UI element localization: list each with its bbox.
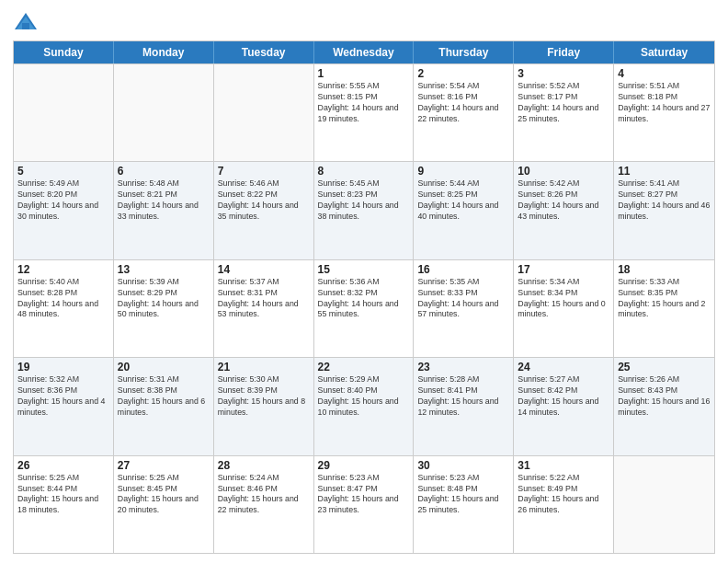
cal-cell-4-6: 24Sunrise: 5:27 AM Sunset: 8:42 PM Dayli… xyxy=(514,358,614,454)
day-number: 15 xyxy=(318,263,410,276)
day-info: Sunrise: 5:29 AM Sunset: 8:40 PM Dayligh… xyxy=(318,374,410,419)
cal-cell-1-3 xyxy=(214,64,314,161)
day-info: Sunrise: 5:26 AM Sunset: 8:43 PM Dayligh… xyxy=(618,374,711,419)
header-day-friday: Friday xyxy=(514,41,614,63)
day-info: Sunrise: 5:46 AM Sunset: 8:22 PM Dayligh… xyxy=(218,178,310,223)
cal-cell-4-7: 25Sunrise: 5:26 AM Sunset: 8:43 PM Dayli… xyxy=(614,358,714,454)
cal-cell-2-5: 9Sunrise: 5:44 AM Sunset: 8:25 PM Daylig… xyxy=(414,162,514,259)
logo-icon xyxy=(13,9,39,35)
cal-cell-3-6: 17Sunrise: 5:34 AM Sunset: 8:34 PM Dayli… xyxy=(514,260,614,357)
day-info: Sunrise: 5:23 AM Sunset: 8:48 PM Dayligh… xyxy=(417,473,509,517)
day-number: 8 xyxy=(318,165,410,178)
header-day-thursday: Thursday xyxy=(414,41,514,63)
cal-cell-5-2: 27Sunrise: 5:25 AM Sunset: 8:45 PM Dayli… xyxy=(114,456,214,553)
day-number: 18 xyxy=(618,263,711,276)
day-number: 19 xyxy=(17,361,109,373)
calendar: SundayMondayTuesdayWednesdayThursdayFrid… xyxy=(13,40,715,554)
cal-cell-4-5: 23Sunrise: 5:28 AM Sunset: 8:41 PM Dayli… xyxy=(414,358,514,454)
calendar-row-2: 5Sunrise: 5:49 AM Sunset: 8:20 PM Daylig… xyxy=(14,161,714,259)
day-number: 11 xyxy=(618,165,711,178)
header-day-monday: Monday xyxy=(114,41,214,63)
day-info: Sunrise: 5:25 AM Sunset: 8:44 PM Dayligh… xyxy=(17,473,109,517)
day-number: 28 xyxy=(218,459,310,472)
cal-cell-4-4: 22Sunrise: 5:29 AM Sunset: 8:40 PM Dayli… xyxy=(314,358,415,454)
day-number: 20 xyxy=(118,361,210,373)
svg-rect-2 xyxy=(22,23,29,29)
cal-cell-2-7: 11Sunrise: 5:41 AM Sunset: 8:27 PM Dayli… xyxy=(614,162,714,259)
day-number: 30 xyxy=(417,459,509,472)
day-number: 9 xyxy=(417,165,509,178)
day-number: 26 xyxy=(17,459,109,472)
day-info: Sunrise: 5:42 AM Sunset: 8:26 PM Dayligh… xyxy=(518,178,609,223)
day-number: 14 xyxy=(218,263,310,276)
cal-cell-2-1: 5Sunrise: 5:49 AM Sunset: 8:20 PM Daylig… xyxy=(14,162,114,259)
day-info: Sunrise: 5:45 AM Sunset: 8:23 PM Dayligh… xyxy=(318,178,410,223)
day-number: 3 xyxy=(518,67,609,80)
page: SundayMondayTuesdayWednesdayThursdayFrid… xyxy=(0,0,728,563)
day-info: Sunrise: 5:41 AM Sunset: 8:27 PM Dayligh… xyxy=(618,178,711,223)
header-day-sunday: Sunday xyxy=(14,41,114,63)
day-info: Sunrise: 5:24 AM Sunset: 8:46 PM Dayligh… xyxy=(218,473,310,517)
day-info: Sunrise: 5:52 AM Sunset: 8:17 PM Dayligh… xyxy=(518,81,609,125)
cal-cell-1-6: 3Sunrise: 5:52 AM Sunset: 8:17 PM Daylig… xyxy=(514,64,614,161)
cal-cell-3-1: 12Sunrise: 5:40 AM Sunset: 8:28 PM Dayli… xyxy=(14,260,114,357)
day-info: Sunrise: 5:40 AM Sunset: 8:28 PM Dayligh… xyxy=(17,277,109,321)
day-number: 23 xyxy=(417,361,509,373)
day-number: 5 xyxy=(17,165,109,178)
day-number: 29 xyxy=(318,459,410,472)
cal-cell-5-1: 26Sunrise: 5:25 AM Sunset: 8:44 PM Dayli… xyxy=(14,456,114,553)
cal-cell-3-7: 18Sunrise: 5:33 AM Sunset: 8:35 PM Dayli… xyxy=(614,260,714,357)
day-number: 27 xyxy=(118,459,210,472)
day-number: 16 xyxy=(417,263,509,276)
cal-cell-4-3: 21Sunrise: 5:30 AM Sunset: 8:39 PM Dayli… xyxy=(214,358,314,454)
cal-cell-2-4: 8Sunrise: 5:45 AM Sunset: 8:23 PM Daylig… xyxy=(314,162,415,259)
day-info: Sunrise: 5:25 AM Sunset: 8:45 PM Dayligh… xyxy=(118,473,210,517)
day-number: 24 xyxy=(518,361,609,373)
cal-cell-5-3: 28Sunrise: 5:24 AM Sunset: 8:46 PM Dayli… xyxy=(214,456,314,553)
header-day-saturday: Saturday xyxy=(614,41,714,63)
calendar-header: SundayMondayTuesdayWednesdayThursdayFrid… xyxy=(14,41,714,63)
cal-cell-1-5: 2Sunrise: 5:54 AM Sunset: 8:16 PM Daylig… xyxy=(414,64,514,161)
day-number: 22 xyxy=(318,361,410,373)
day-info: Sunrise: 5:49 AM Sunset: 8:20 PM Dayligh… xyxy=(17,178,109,223)
day-info: Sunrise: 5:36 AM Sunset: 8:32 PM Dayligh… xyxy=(318,277,410,321)
day-info: Sunrise: 5:44 AM Sunset: 8:25 PM Dayligh… xyxy=(417,178,509,223)
cal-cell-2-6: 10Sunrise: 5:42 AM Sunset: 8:26 PM Dayli… xyxy=(514,162,614,259)
cal-cell-4-1: 19Sunrise: 5:32 AM Sunset: 8:36 PM Dayli… xyxy=(14,358,114,454)
cal-cell-1-2 xyxy=(114,64,214,161)
day-info: Sunrise: 5:28 AM Sunset: 8:41 PM Dayligh… xyxy=(417,374,509,419)
day-info: Sunrise: 5:54 AM Sunset: 8:16 PM Dayligh… xyxy=(417,81,509,125)
header-day-wednesday: Wednesday xyxy=(314,41,415,63)
cal-cell-1-4: 1Sunrise: 5:55 AM Sunset: 8:15 PM Daylig… xyxy=(314,64,415,161)
day-number: 21 xyxy=(218,361,310,373)
day-number: 31 xyxy=(518,459,609,472)
cal-cell-3-5: 16Sunrise: 5:35 AM Sunset: 8:33 PM Dayli… xyxy=(414,260,514,357)
cal-cell-5-6: 31Sunrise: 5:22 AM Sunset: 8:49 PM Dayli… xyxy=(514,456,614,553)
day-number: 25 xyxy=(618,361,711,373)
day-info: Sunrise: 5:30 AM Sunset: 8:39 PM Dayligh… xyxy=(218,374,310,419)
calendar-row-1: 1Sunrise: 5:55 AM Sunset: 8:15 PM Daylig… xyxy=(14,63,714,161)
cal-cell-3-3: 14Sunrise: 5:37 AM Sunset: 8:31 PM Dayli… xyxy=(214,260,314,357)
cal-cell-5-7 xyxy=(614,456,714,553)
day-number: 17 xyxy=(518,263,609,276)
day-number: 13 xyxy=(118,263,210,276)
calendar-row-3: 12Sunrise: 5:40 AM Sunset: 8:28 PM Dayli… xyxy=(14,259,714,357)
header-day-tuesday: Tuesday xyxy=(214,41,314,63)
day-info: Sunrise: 5:35 AM Sunset: 8:33 PM Dayligh… xyxy=(417,277,509,321)
cal-cell-5-5: 30Sunrise: 5:23 AM Sunset: 8:48 PM Dayli… xyxy=(414,456,514,553)
day-info: Sunrise: 5:37 AM Sunset: 8:31 PM Dayligh… xyxy=(218,277,310,321)
day-info: Sunrise: 5:23 AM Sunset: 8:47 PM Dayligh… xyxy=(318,473,410,517)
day-number: 6 xyxy=(118,165,210,178)
day-number: 1 xyxy=(318,67,410,80)
cal-cell-1-7: 4Sunrise: 5:51 AM Sunset: 8:18 PM Daylig… xyxy=(614,64,714,161)
cal-cell-4-2: 20Sunrise: 5:31 AM Sunset: 8:38 PM Dayli… xyxy=(114,358,214,454)
logo xyxy=(13,9,42,35)
day-info: Sunrise: 5:33 AM Sunset: 8:35 PM Dayligh… xyxy=(618,277,711,321)
day-info: Sunrise: 5:39 AM Sunset: 8:29 PM Dayligh… xyxy=(118,277,210,321)
day-info: Sunrise: 5:48 AM Sunset: 8:21 PM Dayligh… xyxy=(118,178,210,223)
day-info: Sunrise: 5:32 AM Sunset: 8:36 PM Dayligh… xyxy=(17,374,109,419)
cal-cell-1-1 xyxy=(14,64,114,161)
day-number: 7 xyxy=(218,165,310,178)
calendar-row-4: 19Sunrise: 5:32 AM Sunset: 8:36 PM Dayli… xyxy=(14,357,714,454)
header xyxy=(13,9,715,35)
